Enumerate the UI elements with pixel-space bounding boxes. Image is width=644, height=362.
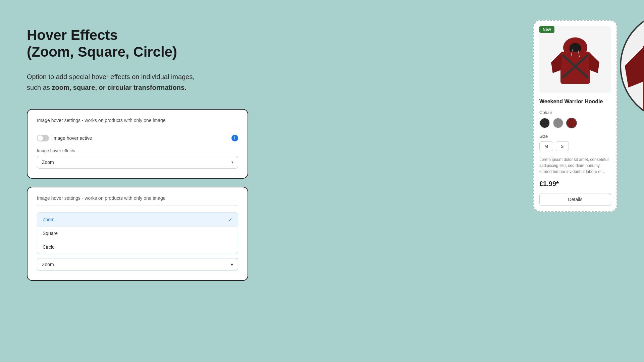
settings-card-expanded: Image hover settings - works on products… [27,187,248,281]
size-label: Size [539,134,611,139]
right-panel: New [533,20,617,212]
swatch-gray[interactable] [553,118,564,128]
product-price: €1.99* [539,180,611,188]
new-badge: New [539,26,554,33]
card1-title: Image hover settings - works on products… [37,118,238,128]
product-description: Lorem ipsum dolor sit amet, consetetur s… [539,157,611,175]
toggle-row: Image hover active i [37,135,238,141]
swatch-black[interactable] [539,118,550,128]
dropdown-chevron-bottom-icon: ▾ [231,262,233,267]
size-m-button[interactable]: M [539,141,553,151]
color-label: Colour [539,110,611,115]
hover-effects-dropdown[interactable]: Zoom [37,156,238,169]
dropdown-options-list: Zoom ✓ Square Circle [37,213,238,254]
dropdown-wrapper-bottom: Zoom ▾ [37,258,238,271]
size-buttons: M S [539,141,611,151]
check-icon: ✓ [228,217,232,222]
dropdown-option-zoom[interactable]: Zoom ✓ [37,213,238,226]
dropdown-option-square[interactable]: Square [37,226,238,240]
card2-title: Image hover settings - works on products… [37,195,238,206]
product-card: New [533,20,617,212]
hoodie-thumbnail-svg [548,33,602,86]
image-hover-toggle[interactable] [37,135,49,141]
svg-marker-4 [625,48,644,87]
product-image [539,26,611,93]
toggle-label: Image hover active [52,135,92,141]
swatch-maroon[interactable] [566,118,577,128]
svg-marker-13 [551,53,562,73]
page-title: Hover Effects (Zoom, Square, Circle) [27,27,248,61]
hoodie-circle-svg [621,11,644,121]
svg-marker-14 [589,53,599,73]
product-name: Weekend Warrior Hoodie [539,99,611,105]
info-icon[interactable]: i [231,135,238,141]
hover-effects-dropdown-bottom[interactable]: Zoom ▾ [37,258,238,271]
field-label: Image hover effects [37,148,238,153]
details-button[interactable]: Details [539,193,611,206]
dropdown-option-circle[interactable]: Circle [37,240,238,254]
color-swatches [539,118,611,128]
circle-hover-preview [620,11,644,121]
settings-card-normal: Image hover settings - works on products… [27,109,248,179]
page-description: Option to add special hover effects on i… [27,71,248,93]
dropdown-wrapper: Zoom ▾ [37,156,238,169]
size-s-button[interactable]: S [556,141,569,151]
